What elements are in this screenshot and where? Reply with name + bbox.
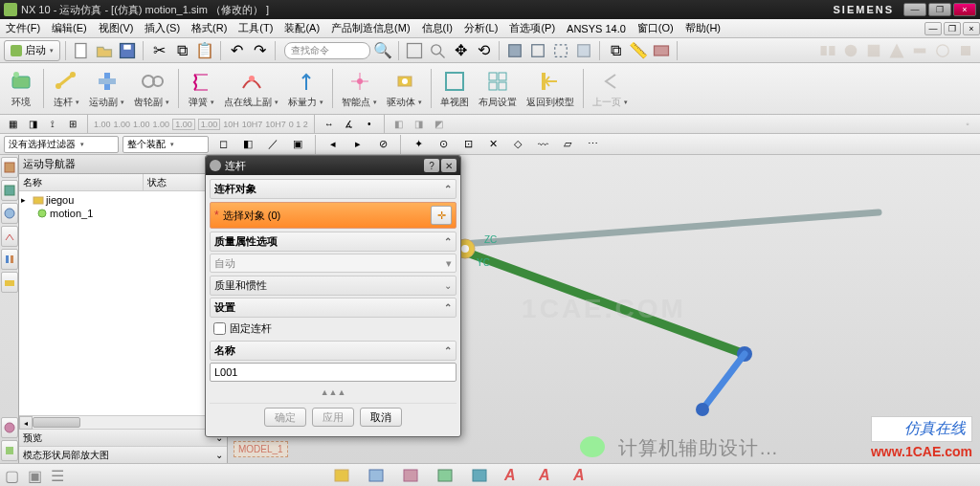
filter-combo[interactable]: 没有选择过滤器▾ bbox=[4, 136, 119, 153]
asm-1-icon[interactable] bbox=[817, 40, 838, 61]
dlg-mass-option-combo[interactable]: 自动▾ bbox=[210, 254, 457, 273]
scope-combo[interactable]: 整个装配▾ bbox=[122, 136, 209, 153]
sel-curve-icon[interactable]: 〰 bbox=[532, 134, 553, 155]
dlg-collapse-all-icon[interactable]: ▲▲▲ bbox=[321, 387, 346, 397]
dlg-ok-button[interactable]: 确定 bbox=[264, 408, 306, 427]
section-icon[interactable] bbox=[651, 40, 672, 61]
menu-ansys[interactable]: ANSYS 14.0 bbox=[561, 23, 632, 34]
sel-quad-icon[interactable]: ◇ bbox=[507, 134, 528, 155]
ribbon-single-view[interactable]: 单视图 bbox=[436, 65, 473, 112]
meas-angle-icon[interactable]: ∡ bbox=[341, 117, 358, 132]
model-name-label[interactable]: MODEL_1 bbox=[234, 441, 288, 457]
pan-icon[interactable]: ✥ bbox=[450, 40, 471, 61]
bot-anim-icon[interactable] bbox=[366, 466, 387, 485]
window-close-button[interactable]: × bbox=[953, 3, 976, 16]
sel-edge-icon[interactable]: ／ bbox=[262, 134, 283, 155]
save-icon[interactable] bbox=[117, 40, 138, 61]
new-icon[interactable] bbox=[71, 40, 92, 61]
copy-icon[interactable]: ⧉ bbox=[171, 40, 192, 61]
nav-section-preview[interactable]: 预览⌄ bbox=[19, 429, 227, 446]
dlg-select-objects-row[interactable]: * 选择对象 (0) ✛ bbox=[210, 202, 457, 229]
tree-child-motion1[interactable]: motion_1 bbox=[21, 207, 225, 220]
ribbon-link[interactable]: 连杆▾ bbox=[49, 65, 83, 112]
bot-font-A2-icon[interactable]: A bbox=[538, 466, 559, 485]
layer-vis-icon[interactable]: ◨ bbox=[24, 117, 41, 132]
fit-view-icon[interactable] bbox=[404, 40, 425, 61]
nav-tree[interactable]: ▸ jiegou motion_1 bbox=[19, 191, 227, 415]
res-tab-navigator[interactable] bbox=[1, 157, 18, 178]
asm-3-icon[interactable] bbox=[863, 40, 884, 61]
ribbon-driver[interactable]: 驱动体▾ bbox=[383, 65, 426, 112]
menu-assembly[interactable]: 装配(A) bbox=[278, 21, 325, 35]
window-minimize-button[interactable]: — bbox=[903, 3, 926, 16]
paint-icon[interactable]: ◨ bbox=[411, 117, 428, 132]
ribbon-smart-point[interactable]: 智能点▾ bbox=[338, 65, 381, 112]
dlg-sec-name[interactable]: 名称⌃ bbox=[210, 341, 457, 361]
nav-col-name[interactable]: 名称 bbox=[19, 174, 144, 190]
ribbon-return-model[interactable]: 返回到模型 bbox=[523, 65, 578, 112]
bot-graph-icon[interactable] bbox=[400, 466, 421, 485]
res-tab-roles[interactable] bbox=[1, 440, 18, 461]
help-hint-icon[interactable]: ◦ bbox=[959, 117, 976, 132]
zoom-icon[interactable] bbox=[427, 40, 448, 61]
bot-tree-icon[interactable]: ☰ bbox=[50, 466, 71, 485]
sel-next-icon[interactable]: ▸ bbox=[347, 134, 368, 155]
res-tab-assembly[interactable] bbox=[1, 203, 18, 224]
bot-report-icon[interactable] bbox=[434, 466, 456, 485]
meas-point-icon[interactable]: • bbox=[361, 117, 378, 132]
menu-file[interactable]: 文件(F) bbox=[0, 21, 46, 35]
ribbon-point-curve[interactable]: 点在线上副▾ bbox=[220, 65, 282, 112]
bot-font-A1-icon[interactable]: A bbox=[503, 466, 524, 485]
asm-6-icon[interactable] bbox=[932, 40, 953, 61]
menu-insert[interactable]: 插入(S) bbox=[139, 21, 186, 35]
asm-5-icon[interactable] bbox=[909, 40, 930, 61]
ribbon-scalar-force[interactable]: 标量力▾ bbox=[284, 65, 327, 112]
doc-minimize-button[interactable]: — bbox=[924, 22, 942, 35]
rotate-icon[interactable]: ⟲ bbox=[473, 40, 494, 61]
measure-icon[interactable]: 📏 bbox=[628, 40, 649, 61]
res-tab-constraints[interactable] bbox=[1, 249, 18, 270]
sel-point-icon[interactable]: ✦ bbox=[408, 134, 429, 155]
sel-more-icon[interactable]: ⋯ bbox=[582, 134, 603, 155]
dlg-name-input[interactable] bbox=[210, 363, 457, 382]
sel-all-icon[interactable]: ◻ bbox=[212, 134, 234, 155]
scroll-thumb[interactable] bbox=[33, 417, 80, 428]
menu-view[interactable]: 视图(V) bbox=[93, 21, 140, 35]
pick-target-icon[interactable]: ✛ bbox=[431, 206, 452, 225]
sel-body-icon[interactable]: ▣ bbox=[287, 134, 308, 155]
bot-asm-icon[interactable]: ▣ bbox=[27, 466, 48, 485]
paste-icon[interactable]: 📋 bbox=[194, 40, 215, 61]
dlg-sec-mass-inertia[interactable]: 质里和惯性⌄ bbox=[210, 276, 457, 296]
window-maximize-button[interactable]: ❐ bbox=[928, 3, 951, 16]
blend-icon[interactable]: ◩ bbox=[431, 117, 448, 132]
menu-analyze[interactable]: 分析(L) bbox=[458, 21, 503, 35]
ribbon-spring[interactable]: 弹簧▾ bbox=[184, 65, 218, 112]
csys-icon[interactable]: ⊞ bbox=[64, 117, 81, 132]
sel-mid-icon[interactable]: ⊡ bbox=[457, 134, 479, 155]
dlg-sec-mass-option[interactable]: 质量属性选项⌃ bbox=[210, 232, 457, 252]
asm-7-icon[interactable] bbox=[955, 40, 976, 61]
nav-hscroll[interactable]: ◂ ▸ bbox=[19, 415, 227, 429]
bot-font-A3-icon[interactable]: A bbox=[572, 466, 593, 485]
layer-icon[interactable]: ⧉ bbox=[605, 40, 626, 61]
doc-close-button[interactable]: × bbox=[963, 22, 980, 35]
menu-tools[interactable]: 工具(T) bbox=[233, 21, 278, 35]
color-icon[interactable]: ◧ bbox=[390, 117, 408, 132]
ribbon-env[interactable]: 环境 bbox=[4, 65, 38, 112]
dlg-fixed-link-check[interactable]: 固定连杆 bbox=[210, 320, 457, 338]
menu-edit[interactable]: 编辑(E) bbox=[46, 21, 93, 35]
ribbon-joint[interactable]: 运动副▾ bbox=[85, 65, 128, 112]
open-icon[interactable] bbox=[94, 40, 115, 61]
start-button[interactable]: 启动▾ bbox=[4, 40, 60, 61]
dlg-apply-button[interactable]: 应用 bbox=[312, 408, 354, 427]
style-hidden-icon[interactable] bbox=[550, 40, 571, 61]
res-tab-history[interactable] bbox=[1, 226, 18, 247]
asm-2-icon[interactable] bbox=[840, 40, 861, 61]
fixed-link-checkbox[interactable] bbox=[213, 322, 226, 335]
ribbon-gear[interactable]: 齿轮副▾ bbox=[130, 65, 173, 112]
command-search-input[interactable]: 查找命令 bbox=[284, 42, 370, 59]
bot-export-icon[interactable] bbox=[469, 466, 490, 485]
menu-pmi[interactable]: 产品制造信息(M) bbox=[325, 21, 416, 35]
dialog-help-icon[interactable]: ? bbox=[424, 159, 439, 172]
sel-int-icon[interactable]: ✕ bbox=[482, 134, 503, 155]
